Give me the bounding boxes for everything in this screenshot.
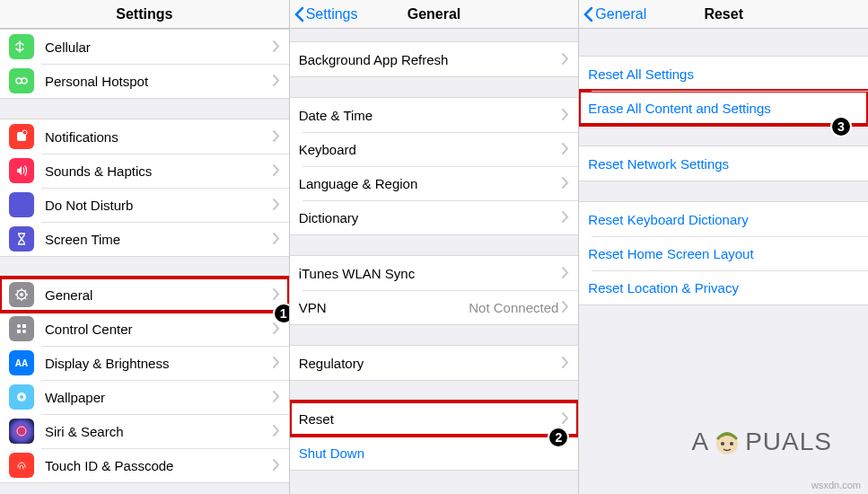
row-keyboard[interactable]: Keyboard bbox=[290, 132, 579, 166]
reset-panel: General Reset Reset All Settings Erase A… bbox=[579, 0, 868, 494]
siri-icon bbox=[9, 419, 34, 444]
label: Control Center bbox=[45, 322, 273, 337]
back-button[interactable]: General bbox=[579, 6, 646, 22]
row-reset-all-settings[interactable]: Reset All Settings bbox=[579, 57, 868, 91]
label: Background App Refresh bbox=[299, 52, 563, 67]
nav-bar: Settings bbox=[0, 0, 289, 29]
row-reset-home[interactable]: Reset Home Screen Layout bbox=[579, 236, 868, 270]
row-datetime[interactable]: Date & Time bbox=[290, 98, 579, 132]
chevron-right-icon bbox=[273, 232, 280, 247]
svg-text:AA: AA bbox=[15, 358, 28, 368]
chevron-right-icon bbox=[273, 40, 280, 55]
label: Reset Home Screen Layout bbox=[588, 246, 859, 261]
row-dnd[interactable]: Do Not Disturb bbox=[0, 188, 289, 222]
row-notifications[interactable]: Notifications bbox=[0, 119, 289, 154]
nav-title: Settings bbox=[0, 6, 289, 22]
back-label: General bbox=[595, 6, 646, 22]
sounds-icon bbox=[9, 158, 34, 183]
label: Date & Time bbox=[299, 108, 563, 123]
label: Reset All Settings bbox=[588, 66, 859, 82]
label: Dictionary bbox=[299, 210, 563, 225]
control-center-icon bbox=[9, 316, 34, 341]
row-display[interactable]: AA Display & Brightness bbox=[0, 346, 289, 380]
label: Erase All Content and Settings bbox=[588, 101, 859, 116]
label: iTunes WLAN Sync bbox=[299, 266, 563, 281]
row-screentime[interactable]: Screen Time bbox=[0, 222, 289, 256]
row-siri[interactable]: Siri & Search bbox=[0, 414, 289, 448]
row-erase-all[interactable]: Erase All Content and Settings 3 bbox=[579, 91, 868, 125]
label: Touch ID & Passcode bbox=[45, 458, 273, 473]
hotspot-icon bbox=[9, 68, 34, 93]
chevron-right-icon bbox=[273, 424, 280, 439]
label: Wallpaper bbox=[45, 390, 273, 405]
row-cellular[interactable]: Cellular bbox=[0, 30, 289, 64]
svg-rect-8 bbox=[22, 324, 26, 328]
row-shutdown[interactable]: Shut Down bbox=[290, 436, 579, 470]
row-reset[interactable]: Reset 2 bbox=[290, 401, 579, 436]
row-itunes-sync[interactable]: iTunes WLAN Sync bbox=[290, 256, 579, 290]
settings-panel: Settings Cellular Personal Hotspot bbox=[0, 0, 290, 494]
row-dictionary[interactable]: Dictionary bbox=[290, 200, 579, 234]
chevron-right-icon bbox=[562, 356, 569, 371]
row-reset-keyboard[interactable]: Reset Keyboard Dictionary bbox=[579, 202, 868, 236]
label: Reset bbox=[299, 411, 563, 427]
chevron-left-icon bbox=[294, 6, 304, 22]
svg-point-15 bbox=[721, 442, 724, 445]
row-sounds[interactable]: Sounds & Haptics bbox=[0, 154, 289, 188]
row-control-center[interactable]: Control Center bbox=[0, 312, 289, 346]
display-icon: AA bbox=[9, 350, 34, 375]
svg-point-0 bbox=[16, 78, 22, 84]
chevron-right-icon bbox=[562, 300, 569, 315]
chevron-right-icon bbox=[562, 411, 569, 427]
label: Cellular bbox=[45, 40, 273, 55]
row-touchid[interactable]: Touch ID & Passcode bbox=[0, 448, 289, 482]
step-badge-3: 3 bbox=[830, 116, 852, 137]
svg-point-12 bbox=[20, 395, 23, 399]
watermark: wsxdn.com bbox=[811, 480, 861, 490]
row-vpn[interactable]: VPN Not Connected bbox=[290, 290, 579, 324]
row-language[interactable]: Language & Region bbox=[290, 166, 579, 200]
chevron-right-icon bbox=[273, 458, 280, 473]
label: Sounds & Haptics bbox=[45, 163, 273, 179]
chevron-left-icon bbox=[583, 6, 593, 22]
chevron-right-icon bbox=[562, 142, 569, 157]
svg-point-1 bbox=[22, 78, 27, 84]
general-panel: Settings General Background App Refresh … bbox=[290, 0, 580, 494]
svg-point-5 bbox=[20, 293, 23, 296]
label: Do Not Disturb bbox=[45, 198, 273, 213]
chevron-right-icon bbox=[273, 198, 280, 213]
svg-point-16 bbox=[730, 442, 733, 445]
label: Reset Keyboard Dictionary bbox=[588, 212, 859, 227]
wallpaper-icon bbox=[9, 384, 34, 410]
chevron-right-icon bbox=[273, 129, 280, 145]
chevron-right-icon bbox=[273, 356, 280, 371]
row-reset-network[interactable]: Reset Network Settings bbox=[579, 146, 868, 181]
row-wallpaper[interactable]: Wallpaper bbox=[0, 380, 289, 414]
chevron-right-icon bbox=[273, 390, 280, 405]
nav-bar: General Reset bbox=[579, 0, 868, 29]
hourglass-icon bbox=[9, 226, 34, 251]
vpn-status: Not Connected bbox=[469, 300, 558, 315]
row-general[interactable]: General 1 bbox=[0, 278, 289, 312]
chevron-right-icon bbox=[273, 287, 280, 303]
chevron-right-icon bbox=[562, 266, 569, 281]
back-label: Settings bbox=[306, 6, 358, 22]
label: General bbox=[45, 287, 273, 303]
label: Siri & Search bbox=[45, 424, 273, 439]
label: Screen Time bbox=[45, 232, 273, 247]
svg-point-13 bbox=[17, 427, 26, 436]
label: Regulatory bbox=[299, 356, 563, 371]
label: VPN bbox=[299, 300, 469, 315]
row-regulatory[interactable]: Regulatory bbox=[290, 346, 579, 380]
gear-icon bbox=[9, 282, 34, 307]
row-hotspot[interactable]: Personal Hotspot bbox=[0, 64, 289, 98]
back-button[interactable]: Settings bbox=[290, 6, 358, 22]
label: Keyboard bbox=[299, 142, 563, 157]
label: Personal Hotspot bbox=[45, 74, 273, 89]
row-bg-refresh[interactable]: Background App Refresh bbox=[290, 42, 579, 76]
mascot-icon bbox=[711, 426, 743, 458]
svg-point-6 bbox=[17, 324, 21, 328]
chevron-right-icon bbox=[562, 210, 569, 225]
chevron-right-icon bbox=[562, 52, 569, 67]
row-reset-location[interactable]: Reset Location & Privacy bbox=[579, 270, 868, 304]
